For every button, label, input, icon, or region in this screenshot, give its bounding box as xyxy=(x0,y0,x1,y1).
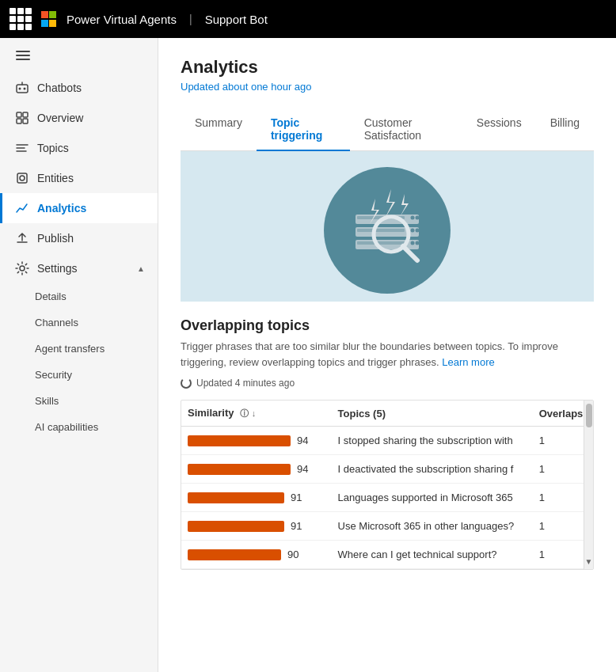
svg-point-14 xyxy=(416,216,420,220)
app-grid-icon[interactable] xyxy=(10,8,32,30)
cell-similarity-1: 94 xyxy=(181,455,332,484)
updated-row: Updated 4 minutes ago xyxy=(181,378,594,389)
sub-label-agent-transfers: Agent transfers xyxy=(35,343,105,355)
similarity-value-2: 91 xyxy=(291,492,310,503)
svg-rect-20 xyxy=(357,241,405,245)
tab-summary[interactable]: Summary xyxy=(181,108,257,151)
sub-label-security: Security xyxy=(35,369,72,381)
hamburger-button[interactable] xyxy=(13,47,33,63)
sidebar-sub-item-ai-capabilities[interactable]: AI capabilities xyxy=(0,414,158,440)
sidebar-sub-item-skills[interactable]: Skills xyxy=(0,388,158,414)
refresh-icon xyxy=(181,378,192,389)
cell-similarity-4: 90 xyxy=(181,541,332,569)
chatbots-icon xyxy=(15,81,29,95)
col-topics: Topics (5) xyxy=(332,401,533,427)
section-description: Trigger phrases that are too similar blu… xyxy=(181,339,594,370)
sidebar-item-settings[interactable]: Settings ▲ xyxy=(0,253,158,283)
overview-icon xyxy=(15,111,29,125)
svg-point-18 xyxy=(416,229,420,233)
col-overlaps-label: Overlaps xyxy=(539,408,584,420)
svg-point-13 xyxy=(411,216,415,220)
learn-more-link[interactable]: Learn more xyxy=(442,356,494,368)
sidebar: Chatbots Overview Topics Entities Analyt xyxy=(0,38,158,672)
col-topics-label: Topics (5) xyxy=(338,408,386,420)
svg-rect-0 xyxy=(17,85,28,93)
sort-icon[interactable]: ↓ xyxy=(252,408,257,418)
table-row[interactable]: 94 I deactivated the subscription sharin… xyxy=(181,455,593,484)
similarity-bar-2 xyxy=(188,492,284,503)
cell-topic-2: Languages supported in Microsoft 365 xyxy=(332,484,533,512)
sidebar-item-overview[interactable]: Overview xyxy=(0,103,158,133)
settings-icon xyxy=(15,261,29,275)
cell-topic-3: Use Microsoft 365 in other languages? xyxy=(332,512,533,541)
topics-icon xyxy=(15,141,29,155)
data-table-wrapper: Similarity ⓘ ↓ Topics (5) Overlaps xyxy=(181,400,594,570)
sidebar-item-topics[interactable]: Topics xyxy=(0,133,158,163)
svg-rect-6 xyxy=(23,119,28,123)
svg-point-8 xyxy=(20,176,25,180)
svg-rect-4 xyxy=(23,112,28,117)
svg-rect-7 xyxy=(17,173,27,183)
sidebar-label-chatbots: Chatbots xyxy=(37,82,82,94)
entities-icon xyxy=(15,171,29,185)
similarity-bar-0 xyxy=(188,435,291,446)
sidebar-sub-item-details[interactable]: Details xyxy=(0,283,158,309)
publish-icon xyxy=(15,231,29,245)
tab-topic-triggering[interactable]: Topic triggering xyxy=(257,108,350,151)
sidebar-sub-item-agent-transfers[interactable]: Agent transfers xyxy=(0,336,158,362)
info-icon[interactable]: ⓘ xyxy=(240,408,249,418)
section-title: Overlapping topics xyxy=(181,317,594,334)
sidebar-sub-item-security[interactable]: Security xyxy=(0,362,158,388)
sidebar-item-chatbots[interactable]: Chatbots xyxy=(0,73,158,103)
similarity-value-4: 90 xyxy=(287,549,306,560)
content-area: Overlapping topics Trigger phrases that … xyxy=(181,302,594,570)
col-similarity: Similarity ⓘ ↓ xyxy=(181,401,332,427)
sidebar-sub-item-channels[interactable]: Channels xyxy=(0,309,158,336)
table-row[interactable]: 90 Where can I get technical support? 1 xyxy=(181,541,593,569)
similarity-value-0: 94 xyxy=(297,435,316,446)
app-name: Power Virtual Agents xyxy=(67,13,177,26)
table-row[interactable]: 94 I stopped sharing the subscription wi… xyxy=(181,427,593,455)
svg-point-2 xyxy=(24,88,26,90)
analytics-icon xyxy=(15,201,29,215)
sidebar-item-analytics[interactable]: Analytics xyxy=(0,193,158,223)
sidebar-label-entities: Entities xyxy=(37,172,74,184)
svg-rect-3 xyxy=(17,112,21,117)
svg-point-22 xyxy=(416,241,420,245)
similarity-value-1: 94 xyxy=(297,463,316,475)
sidebar-item-entities[interactable]: Entities xyxy=(0,163,158,193)
similarity-bar-4 xyxy=(188,549,281,560)
tab-sessions[interactable]: Sessions xyxy=(462,108,536,151)
cell-topic-4: Where can I get technical support? xyxy=(332,541,533,569)
tabs-bar: Summary Topic triggering Customer Satisf… xyxy=(181,108,594,151)
bot-name: Support Bot xyxy=(205,13,268,26)
nav-divider: | xyxy=(189,13,192,25)
sub-label-skills: Skills xyxy=(35,395,59,407)
scrollbar[interactable]: ▼ xyxy=(584,401,593,569)
cell-topic-0: I stopped sharing the subscription with xyxy=(332,427,533,455)
svg-point-17 xyxy=(411,229,415,233)
similarity-bar-3 xyxy=(188,521,284,532)
main-content: Analytics Updated about one hour ago Sum… xyxy=(158,38,616,672)
cell-similarity-3: 91 xyxy=(181,512,332,541)
tab-billing[interactable]: Billing xyxy=(536,108,594,151)
table-row[interactable]: 91 Languages supported in Microsoft 365 … xyxy=(181,484,593,512)
page-subtitle: Updated about one hour ago xyxy=(181,81,594,93)
sidebar-label-settings: Settings xyxy=(37,262,78,275)
col-similarity-label: Similarity xyxy=(188,407,234,419)
sidebar-top xyxy=(0,38,158,73)
sidebar-label-publish: Publish xyxy=(37,232,74,245)
svg-point-1 xyxy=(19,88,21,90)
tab-customer-satisfaction[interactable]: Customer Satisfaction xyxy=(350,108,462,151)
table-row[interactable]: 91 Use Microsoft 365 in other languages?… xyxy=(181,512,593,541)
scrollbar-arrow-down[interactable]: ▼ xyxy=(585,557,593,566)
sidebar-label-overview: Overview xyxy=(37,112,83,124)
similarity-bar-1 xyxy=(188,464,291,475)
cell-topic-1: I deactivated the subscription sharing f xyxy=(332,455,533,484)
sub-label-ai-capabilities: AI capabilities xyxy=(35,421,98,433)
svg-rect-5 xyxy=(17,119,21,123)
sidebar-item-publish[interactable]: Publish xyxy=(0,223,158,253)
svg-point-9 xyxy=(20,266,25,271)
svg-point-21 xyxy=(411,241,415,245)
banner-illustration xyxy=(181,151,594,302)
